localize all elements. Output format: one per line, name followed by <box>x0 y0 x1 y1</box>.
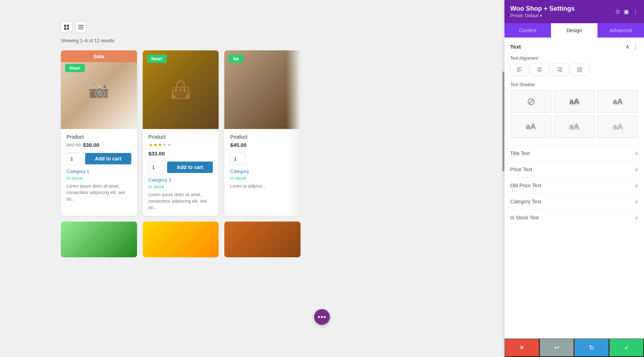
category-link-1[interactable]: Category 1 <box>67 169 131 174</box>
panel-footer: ✕ ↩ ↻ ✓ <box>504 338 644 357</box>
align-left-button[interactable] <box>510 64 529 76</box>
collapsible-old-price-text[interactable]: Old Price Text ∨ <box>510 177 638 193</box>
redo-icon: ↻ <box>589 344 594 352</box>
chevron-category-icon: ∨ <box>635 199 638 204</box>
collapse-button[interactable]: ∧ <box>625 43 630 50</box>
shadow-label: Text Shadow <box>510 82 638 87</box>
qty-input-2[interactable] <box>148 161 164 174</box>
category-link-2[interactable]: Category 3 <box>148 177 213 183</box>
product-info-2: Product ★★★★★ $33.00 Add to cart Categor… <box>143 129 219 216</box>
collapsible-price-label: Price Text <box>510 167 532 172</box>
svg-rect-20 <box>577 69 582 69</box>
shadow-style3-button[interactable]: aA <box>510 115 551 138</box>
section-more-button[interactable]: ⋮ <box>633 43 638 50</box>
save-icon: ✓ <box>624 344 629 352</box>
svg-rect-11 <box>537 68 542 68</box>
chevron-in-stock-icon: ∨ <box>635 215 638 220</box>
in-stock-1: In stock <box>67 175 131 181</box>
no-shadow-icon: ⊘ <box>527 96 535 108</box>
list-view-button[interactable] <box>75 21 87 33</box>
svg-rect-2 <box>64 28 66 30</box>
collapsible-title-text[interactable]: Title Text ∨ <box>510 145 638 161</box>
add-to-cart-button-1[interactable]: Add to cart <box>85 153 131 164</box>
shadow-none-button[interactable]: ⊘ <box>510 90 551 113</box>
product-card-2: New! Product ★★★★★ $33.00 Add to cart Ca… <box>143 50 219 216</box>
more-icon[interactable]: ⋮ <box>633 8 638 15</box>
redo-button[interactable]: ↻ <box>574 338 609 357</box>
svg-rect-21 <box>577 70 582 71</box>
star-filled-2: ★ <box>153 142 158 148</box>
svg-rect-13 <box>537 70 542 71</box>
align-center-button[interactable] <box>530 64 549 76</box>
fab-button[interactable]: ••• <box>314 309 330 325</box>
cancel-button[interactable]: ✕ <box>504 338 540 357</box>
main-content: Showing 1–6 of 12 results Sale New! Prod… <box>0 0 361 357</box>
shadow-style2-button[interactable]: aA <box>597 90 638 113</box>
tab-content[interactable]: Content <box>504 23 551 38</box>
shadow-style1-button[interactable]: aA <box>553 90 595 113</box>
settings-icon[interactable]: ⊙ <box>615 8 620 15</box>
alignment-options <box>510 64 638 76</box>
preset-label: Preset: <box>510 13 525 18</box>
panel-tabs: Content Design Advanced <box>504 23 644 38</box>
svg-rect-19 <box>577 68 582 68</box>
bottom-image-3 <box>224 222 301 257</box>
alignment-label: Text Alignment <box>510 56 638 61</box>
qty-input-3[interactable] <box>230 152 246 165</box>
chevron-title-icon: ∨ <box>635 150 638 156</box>
chevron-price-icon: ∨ <box>635 167 638 172</box>
add-to-cart-button-2[interactable]: Add to cart <box>167 162 213 173</box>
qty-input-1[interactable] <box>67 152 82 165</box>
star-empty-1: ★ <box>162 142 167 148</box>
add-to-cart-row-1: Add to cart <box>67 152 131 165</box>
panel-title-group: Woo Shop + Settings Preset: Default ▾ <box>510 5 575 18</box>
new-price-1: $38.00 <box>83 142 99 148</box>
align-right-button[interactable] <box>550 64 569 76</box>
grid-view-button[interactable] <box>61 21 72 33</box>
add-to-cart-row-3 <box>230 152 295 165</box>
in-stock-3: In stock <box>230 175 295 181</box>
sale-banner: Sale <box>61 50 137 62</box>
view-controls <box>61 21 301 33</box>
collapsible-in-stock-label: In Stock Text <box>510 215 539 220</box>
layout-icon[interactable]: ▣ <box>624 8 629 15</box>
star-filled-1: ★ <box>148 142 153 148</box>
tab-advanced[interactable]: Advanced <box>597 23 644 38</box>
svg-rect-8 <box>517 69 520 69</box>
collapsible-category-text[interactable]: Category Text ∨ <box>510 193 638 209</box>
products-grid: Sale New! Product $42.00 $38.00 Add to c… <box>61 50 301 216</box>
scroll-indicator <box>502 71 504 172</box>
product-name-1: Product <box>67 134 131 140</box>
tab-design[interactable]: Design <box>551 23 597 38</box>
svg-rect-18 <box>559 71 562 72</box>
product-image-placeholder-1 <box>61 50 137 129</box>
collapsible-price-text[interactable]: Price Text ∨ <box>510 161 638 177</box>
bottom-image-2 <box>143 222 219 257</box>
svg-rect-10 <box>517 71 520 72</box>
shadow-style5-preview: aA <box>613 122 623 131</box>
svg-rect-5 <box>78 27 83 28</box>
price-wrap-1: $42.00 $38.00 <box>67 142 131 148</box>
product-image-2: New! <box>143 50 219 129</box>
shadow-options: ⊘ aA aA aA aA aA <box>510 90 638 138</box>
svg-rect-1 <box>67 25 69 27</box>
product-card-1: Sale New! Product $42.00 $38.00 Add to c… <box>61 50 137 216</box>
undo-button[interactable]: ↩ <box>540 338 575 357</box>
price-wrap-3: $45.00 <box>230 142 295 148</box>
shadow-style4-button[interactable]: aA <box>553 115 595 138</box>
align-justify-button[interactable] <box>570 64 589 76</box>
old-price-1: $42.00 <box>67 142 81 148</box>
save-button[interactable]: ✓ <box>609 338 644 357</box>
in-stock-2: In stock <box>148 184 213 189</box>
product-info-1: Product $42.00 $38.00 Add to cart Catego… <box>61 129 137 207</box>
svg-rect-4 <box>78 25 83 26</box>
collapsible-in-stock-text[interactable]: In Stock Text ∨ <box>510 209 638 225</box>
shadow-style2-preview: aA <box>613 97 623 106</box>
panel-title: Woo Shop + Settings <box>510 5 575 13</box>
cancel-icon: ✕ <box>519 344 525 352</box>
shadow-style5-button[interactable]: aA <box>597 115 638 138</box>
shadow-style3-preview: aA <box>526 122 536 131</box>
description-2: Lorem ipsum dolor sit amet, consectetur … <box>148 192 213 211</box>
svg-rect-0 <box>64 25 66 27</box>
category-link-3[interactable]: Category <box>230 169 295 174</box>
